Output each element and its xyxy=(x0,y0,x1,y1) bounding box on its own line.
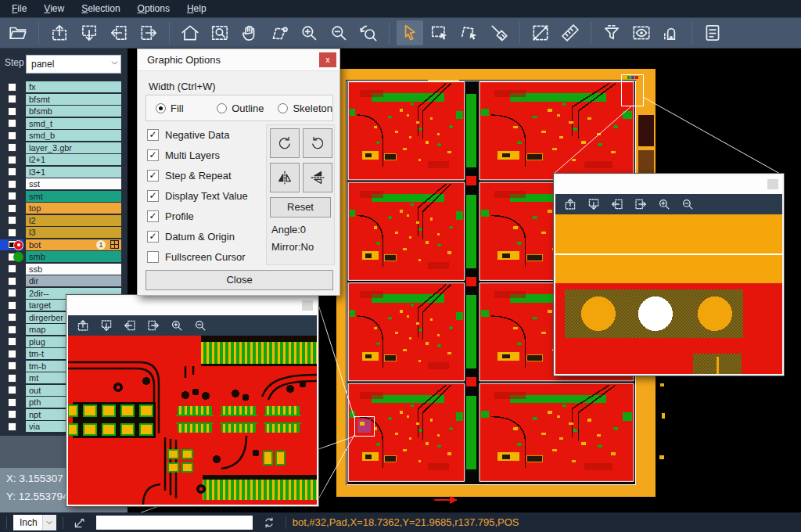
close-icon[interactable]: x xyxy=(319,52,336,67)
zoom-window-viewport[interactable] xyxy=(68,336,317,505)
layer-visibility-checkbox[interactable] xyxy=(0,227,23,239)
layer-name[interactable]: bfsmb xyxy=(26,106,121,117)
pan-down-button[interactable] xyxy=(587,197,601,211)
open-folder-button[interactable] xyxy=(5,20,31,45)
radio-skeleton[interactable]: Skeleton xyxy=(278,102,332,114)
menu-file[interactable]: File xyxy=(3,0,35,17)
layer-name[interactable]: bot1 xyxy=(26,239,121,250)
filter-button[interactable] xyxy=(598,20,625,45)
rotate-ccw-button[interactable] xyxy=(303,128,332,158)
layer-name[interactable]: fx xyxy=(26,81,121,92)
layer-visibility-checkbox[interactable] xyxy=(0,336,23,348)
layer-visibility-checkbox[interactable] xyxy=(0,215,23,227)
layer-visibility-checkbox[interactable] xyxy=(0,275,23,287)
layer-visibility-checkbox[interactable] xyxy=(0,361,23,372)
mark-polygon-button[interactable] xyxy=(266,20,293,45)
pan-right-button[interactable] xyxy=(135,20,162,45)
pan-up-button[interactable] xyxy=(563,197,577,211)
layer-visibility-checkbox[interactable] xyxy=(0,397,23,408)
clean-brush-button[interactable] xyxy=(486,20,512,45)
snap-magnet-button[interactable] xyxy=(658,20,684,45)
layer-visibility-checkbox[interactable] xyxy=(0,312,23,324)
step-select[interactable]: panel xyxy=(26,55,121,74)
layer-name[interactable]: ssb xyxy=(26,264,121,275)
measure-line-button[interactable] xyxy=(527,20,554,45)
layer-visibility-checkbox[interactable] xyxy=(0,191,23,203)
combo-arrow[interactable] xyxy=(42,515,56,530)
layer-visibility-checkbox[interactable] xyxy=(0,154,23,166)
menu-view[interactable]: View xyxy=(35,0,73,17)
checkbox-profile[interactable]: ✓Profile xyxy=(147,206,264,226)
dialog-close-button[interactable]: Close xyxy=(145,270,333,290)
layer-visibility-checkbox[interactable] xyxy=(0,385,23,397)
sync-button[interactable] xyxy=(262,516,276,530)
layer-name[interactable]: layer_3.gbr xyxy=(26,142,121,153)
zoom-out-button[interactable] xyxy=(193,318,207,332)
zoom-in-button[interactable] xyxy=(296,20,322,45)
layer-name[interactable]: smb xyxy=(26,251,121,262)
window-button[interactable] xyxy=(767,179,778,189)
layer-name[interactable]: sst xyxy=(26,178,121,189)
menu-help[interactable]: Help xyxy=(178,0,215,17)
window-button[interactable] xyxy=(302,300,313,311)
layer-name[interactable]: l3+1 xyxy=(26,167,121,178)
grid-icon[interactable] xyxy=(110,240,119,249)
view-eye-button[interactable] xyxy=(628,20,655,45)
layer-name[interactable]: l2+1 xyxy=(26,154,121,165)
flip-vertical-button[interactable] xyxy=(303,163,332,192)
ruler-button[interactable] xyxy=(557,20,584,45)
checkbox-multi-layers[interactable]: ✓Multi Layers xyxy=(147,145,264,165)
rotate-cw-button[interactable] xyxy=(270,128,300,158)
menu-selection[interactable]: Selection xyxy=(73,0,128,17)
layer-visibility-checkbox[interactable] xyxy=(0,348,23,360)
layer-name[interactable]: dir xyxy=(26,275,121,286)
layer-visibility-checkbox[interactable] xyxy=(0,372,23,384)
zoom-window-titlebar[interactable] xyxy=(68,297,317,315)
layer-visibility-checkbox[interactable] xyxy=(0,81,23,93)
pan-left-button[interactable] xyxy=(610,197,624,211)
layer-visibility-checkbox[interactable] xyxy=(0,130,23,142)
zoom-in-button[interactable] xyxy=(657,197,671,211)
layer-name[interactable]: smd_b xyxy=(26,130,121,141)
pan-left-button[interactable] xyxy=(106,20,132,45)
dialog-titlebar[interactable]: Graphic Options x xyxy=(138,49,339,71)
layer-visibility-checkbox[interactable] xyxy=(0,203,23,214)
layer-visibility-checkbox[interactable] xyxy=(0,94,23,106)
menu-options[interactable]: Options xyxy=(129,0,178,17)
layer-visibility-checkbox[interactable] xyxy=(0,421,23,433)
layer-visibility-checkbox[interactable] xyxy=(0,324,23,336)
zoom-out-button[interactable] xyxy=(681,197,695,211)
layer-visibility-checkbox[interactable] xyxy=(0,409,23,421)
unit-select[interactable]: Inch xyxy=(13,515,56,530)
poly-select-button[interactable] xyxy=(456,20,483,45)
pan-up-button[interactable] xyxy=(46,20,73,45)
layer-name[interactable]: smt xyxy=(26,191,121,202)
zoom-window-titlebar[interactable] xyxy=(555,175,782,194)
home-button[interactable] xyxy=(177,20,203,45)
pan-down-button[interactable] xyxy=(99,318,113,332)
layer-name[interactable]: bfsmt xyxy=(26,94,121,105)
select-arrow-button[interactable] xyxy=(397,20,423,45)
reset-button[interactable]: Reset xyxy=(270,197,331,217)
layer-visibility-checkbox[interactable] xyxy=(0,106,23,117)
zoom-previous-button[interactable] xyxy=(355,20,382,45)
corner-angle-button[interactable] xyxy=(73,516,87,530)
pan-down-button[interactable] xyxy=(76,20,102,45)
radio-outline[interactable]: Outline xyxy=(217,102,268,114)
layer-name[interactable]: l2 xyxy=(26,215,121,226)
zoom-in-button[interactable] xyxy=(170,318,184,332)
layer-name[interactable]: l3 xyxy=(26,227,121,238)
command-input[interactable] xyxy=(96,516,253,530)
checkbox-step-repeat[interactable]: ✓Step & Repeat xyxy=(147,165,264,185)
combo-arrow[interactable] xyxy=(109,57,120,72)
checkbox-datum-origin[interactable]: ✓Datum & Origin xyxy=(147,226,264,246)
pan-hand-button[interactable] xyxy=(236,20,263,45)
checkbox-negative-data[interactable]: ✓Negative Data xyxy=(147,124,264,145)
layer-visibility-checkbox[interactable] xyxy=(0,178,23,190)
layer-visibility-checkbox[interactable] xyxy=(0,300,23,311)
checkbox-fullscreen-cursor[interactable]: Fullscreen Cursor xyxy=(147,246,264,267)
layer-visibility-checkbox[interactable] xyxy=(0,142,23,154)
checkbox-display-text-value[interactable]: ✓Display Text Value xyxy=(147,185,264,206)
pan-right-button[interactable] xyxy=(634,197,648,211)
pan-left-button[interactable] xyxy=(123,318,137,332)
